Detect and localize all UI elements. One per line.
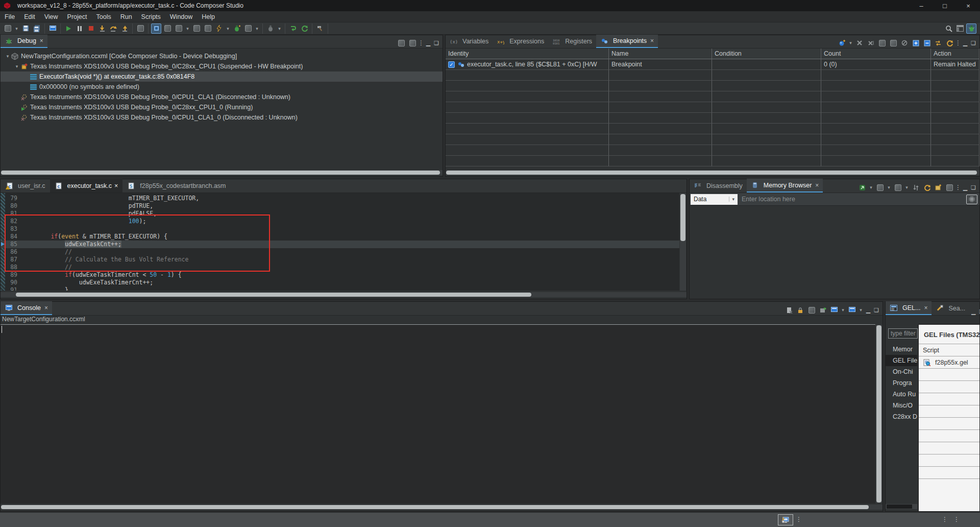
new-file-icon[interactable] [3,23,13,34]
disable-icon[interactable] [899,38,910,48]
source-braces-icon[interactable] [174,23,184,34]
menu-file[interactable]: File [0,12,19,21]
tree-expander-icon[interactable]: ▾ [5,54,11,59]
console-hscrollbar[interactable] [1,505,883,510]
overflow-menu-icon[interactable]: ⋮ [955,184,961,191]
refresh-icon[interactable] [944,38,954,48]
overflow-menu-icon[interactable]: ⋮ [418,39,424,46]
code-line-84[interactable]: 84 if(event & mTIMER_BIT_EXECUTOR) { [1,233,679,241]
overflow-menu-icon[interactable]: ⋮ [942,516,948,523]
code-line-82[interactable]: 82 100); [1,218,679,225]
breakpoint-marker-icon[interactable] [1,242,5,247]
tab-memory-browser[interactable]: Memory Browser× [747,179,823,193]
bug-dim-icon[interactable] [265,23,276,34]
gel-script-column-header[interactable]: Script [919,344,979,356]
dropdown-arrow-icon[interactable]: ▾ [225,23,231,34]
goto-icon[interactable] [857,182,867,193]
breakpoint-enabled-checkbox[interactable]: ✓ [448,61,455,68]
code-line-89[interactable]: 89 if(udwExeTaskTimerCnt < 50 - 1) { [1,271,679,279]
close-icon[interactable]: × [44,304,48,312]
line-number[interactable]: 88 [5,264,22,271]
step-in-green-icon[interactable] [288,23,298,34]
open-console-icon[interactable] [47,23,58,34]
close-window-button[interactable]: × [957,0,980,11]
minimize-window-button[interactable]: – [910,0,933,11]
target-connect-icon[interactable] [151,23,161,34]
menu-run[interactable]: Run [116,12,137,21]
code-line-81[interactable]: 81 pdFALSE, [1,210,679,218]
dropdown-arrow-icon[interactable]: ▾ [840,305,846,315]
perspective-edit-icon[interactable] [955,23,965,34]
editor-vscrollbar[interactable] [680,193,686,291]
profile-icon[interactable] [162,23,173,34]
save-icon[interactable] [20,23,31,34]
editor-tab-executor_task.c[interactable]: cexecutor_task.c× [50,179,123,193]
menu-tools[interactable]: Tools [91,12,115,21]
line-number[interactable]: 91 [5,286,22,291]
tab-disassembly[interactable]: Disassembly [690,179,747,193]
debug-tree-item[interactable]: ▾NewTargetConfiguration.ccxml [Code Comp… [1,51,443,61]
scroll-lock-icon[interactable] [795,305,805,315]
column-header-identity[interactable]: Identity [446,49,609,59]
remove-all-icon[interactable] [866,38,876,48]
debug-tree-item[interactable]: Texas Instruments XDS100v3 USB Debug Pro… [1,92,443,102]
line-number[interactable]: 80 [5,202,22,210]
line-number[interactable]: 84 [5,233,22,241]
debug-launch-button[interactable] [778,514,793,525]
dropdown-arrow-icon[interactable]: ▾ [277,23,282,34]
tab-gel[interactable]: GEL...× [886,301,932,315]
line-number[interactable]: 79 [5,195,22,202]
new-debug-icon[interactable] [232,23,242,34]
maximize-icon[interactable]: ❏ [977,308,980,315]
debug-tree-item[interactable]: ▾Texas Instruments XDS100v3 USB Debug Pr… [1,61,443,71]
memory-location-input[interactable] [738,193,966,206]
tab-registers[interactable]: 10100101Registers [548,35,596,48]
tab-console[interactable]: Console × [1,301,52,315]
gel-category-item[interactable]: Memor [886,344,917,355]
menu-scripts[interactable]: Scripts [137,12,165,21]
new-breakpoint-icon[interactable] [837,38,847,48]
close-icon[interactable]: × [40,37,43,44]
maximize-icon[interactable]: ❏ [969,184,977,191]
line-number[interactable]: 85 [5,241,22,248]
flash-icon[interactable] [214,23,224,34]
gel-category-item[interactable]: GEL File [886,355,917,366]
gel-category-item[interactable]: Misc/O [886,400,917,411]
overflow-menu-icon[interactable]: ⋮ [953,516,960,523]
menu-view[interactable]: View [40,12,63,21]
minimize-icon[interactable]: ▁ [969,308,977,315]
line-number[interactable]: 82 [5,218,22,225]
line-number[interactable]: 90 [5,279,22,286]
menu-edit[interactable]: Edit [19,12,40,21]
code-line-79[interactable]: 79 mTIMER_BIT_EXECUTOR, [1,195,679,202]
dropdown-arrow-icon[interactable]: ▾ [858,305,864,315]
word-wrap-icon[interactable] [806,305,817,315]
code-line-91[interactable]: 91 } [1,286,679,291]
hammer-icon[interactable] [315,23,325,34]
editor-tab-user_isr.c[interactable]: c!user_isr.c [1,179,50,193]
maximize-window-button[interactable]: □ [933,0,957,11]
collapse-all-icon[interactable] [922,38,932,48]
clear-console-icon[interactable] [784,305,794,315]
step-over-icon[interactable] [108,23,118,34]
perspective-debug-icon[interactable] [966,23,976,34]
maximize-icon[interactable]: ❏ [969,40,977,46]
line-number[interactable]: 86 [5,248,22,256]
tab-sea[interactable]: Sea... [932,301,969,315]
line-number[interactable]: 81 [5,210,22,218]
expand-all-icon[interactable] [911,38,921,48]
memory-chip-button[interactable] [966,195,977,204]
swap-icon[interactable] [911,182,921,193]
minimize-icon[interactable]: ▁ [961,40,969,46]
display-console-icon[interactable] [829,305,839,315]
pin-console-icon[interactable] [818,305,828,315]
column-header-count[interactable]: Count [821,49,931,59]
console-output[interactable] [1,324,875,504]
type-filter-input[interactable]: type filter t [888,328,918,339]
minimize-icon[interactable]: ▁ [961,184,969,191]
dropdown-arrow-icon[interactable]: ▾ [185,23,190,34]
tab-debug[interactable]: Debug × [1,35,47,48]
dropdown-arrow-icon[interactable]: ▾ [886,182,892,193]
erase-marker-icon[interactable] [203,23,213,34]
stop-icon[interactable] [86,23,96,34]
